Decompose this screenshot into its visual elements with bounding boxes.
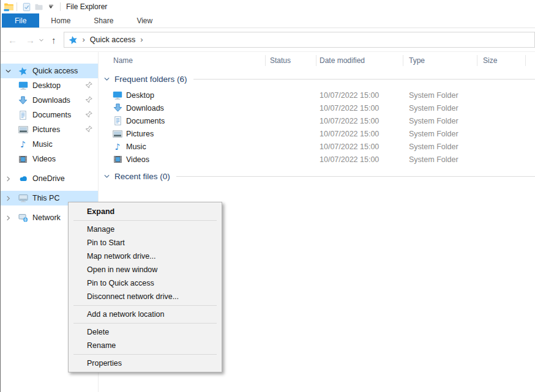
chevron-right-icon[interactable] xyxy=(5,176,18,182)
tab-view[interactable]: View xyxy=(125,13,164,28)
sidebar-item-pictures[interactable]: Pictures xyxy=(1,122,98,137)
sidebar-item-quick-access[interactable]: Quick access xyxy=(1,64,98,78)
sidebar-item-label: Downloads xyxy=(32,96,70,105)
column-header-date-modified[interactable]: Date modified xyxy=(316,55,403,66)
menu-item-properties[interactable]: Properties xyxy=(69,357,222,370)
downloads-icon xyxy=(18,95,28,105)
group-rule xyxy=(193,79,535,80)
pin-icon xyxy=(85,125,92,133)
group-header-recent-files[interactable]: Recent files (0) xyxy=(103,170,535,182)
column-header-status[interactable]: Status xyxy=(266,55,316,66)
documents-icon xyxy=(18,110,28,120)
group-label: Recent files (0) xyxy=(114,172,170,181)
sidebar-item-music[interactable]: ♪ Music xyxy=(1,137,98,152)
menu-item-delete[interactable]: Delete xyxy=(69,325,222,339)
file-type: System Folder xyxy=(403,155,477,164)
file-date-modified: 10/07/2022 15:00 xyxy=(316,104,403,113)
sidebar-item-label: Pictures xyxy=(32,125,60,134)
file-name: Downloads xyxy=(126,104,164,113)
sidebar-item-label: Documents xyxy=(32,111,71,119)
file-type: System Folder xyxy=(403,117,477,125)
music-icon: ♪ xyxy=(18,139,28,149)
group-header-frequent-folders[interactable]: Frequent folders (6) xyxy=(103,73,535,85)
menu-item-add-a-network-location[interactable]: Add a network location xyxy=(69,308,222,321)
file-date-modified: 10/07/2022 15:00 xyxy=(316,155,403,164)
recent-locations-dropdown-icon[interactable] xyxy=(39,37,44,43)
window-title: File Explorer xyxy=(66,2,107,11)
group-label: Frequent folders (6) xyxy=(114,75,187,84)
sidebar-item-label: Music xyxy=(32,140,53,149)
chevron-right-icon[interactable] xyxy=(5,215,18,221)
menu-item-open-in-new-window[interactable]: Open in new window xyxy=(69,263,222,276)
back-button-icon[interactable]: ← xyxy=(8,35,17,45)
file-date-modified: 10/07/2022 15:00 xyxy=(316,117,403,125)
file-row-music[interactable]: ♪Music 10/07/2022 15:00 System Folder xyxy=(99,140,535,153)
file-row-downloads[interactable]: Downloads 10/07/2022 15:00 System Folder xyxy=(99,102,535,114)
file-explorer-window: File Explorer File Home Share View ← → ↑… xyxy=(0,0,535,392)
file-type: System Folder xyxy=(403,130,477,138)
file-row-desktop[interactable]: Desktop 10/07/2022 15:00 System Folder xyxy=(99,89,535,102)
menu-separator xyxy=(73,305,217,306)
sidebar-item-downloads[interactable]: Downloads xyxy=(1,93,98,108)
sidebar-item-videos[interactable]: Videos xyxy=(1,152,98,166)
sidebar-item-label: Quick access xyxy=(32,67,78,75)
group-rule xyxy=(176,176,535,177)
menu-item-rename[interactable]: Rename xyxy=(69,339,222,352)
tab-file[interactable]: File xyxy=(2,13,39,28)
menu-item-disconnect-network-drive[interactable]: Disconnect network drive... xyxy=(69,290,222,303)
chevron-right-icon[interactable] xyxy=(5,195,18,202)
file-row-documents[interactable]: Documents 10/07/2022 15:00 System Folder xyxy=(99,114,535,127)
music-icon: ♪ xyxy=(113,142,122,152)
tab-share[interactable]: Share xyxy=(82,13,125,28)
onedrive-cloud-icon xyxy=(18,174,28,183)
file-date-modified: 10/07/2022 15:00 xyxy=(316,91,403,100)
file-date-modified: 10/07/2022 15:00 xyxy=(316,130,403,138)
sidebar-item-label: Desktop xyxy=(32,81,61,90)
file-name: Desktop xyxy=(126,91,154,100)
chevron-down-icon[interactable] xyxy=(5,68,18,75)
column-header-type[interactable]: Type xyxy=(403,55,477,66)
menu-item-pin-to-quick-access[interactable]: Pin to Quick access xyxy=(69,276,222,290)
file-explorer-logo-icon xyxy=(4,2,13,12)
downloads-icon xyxy=(113,103,122,113)
this-pc-icon xyxy=(18,193,28,203)
customize-quick-access-dropdown-icon[interactable] xyxy=(45,1,57,12)
new-folder-icon[interactable] xyxy=(32,1,45,12)
sidebar-item-desktop[interactable]: Desktop xyxy=(1,78,98,93)
address-bar[interactable]: › Quick access › xyxy=(64,32,535,48)
desktop-icon xyxy=(18,81,28,91)
menu-item-pin-to-start[interactable]: Pin to Start xyxy=(69,236,222,250)
navigation-bar: ← → ↑ › Quick access › xyxy=(1,28,535,52)
sidebar-item-onedrive[interactable]: OneDrive xyxy=(1,171,98,186)
column-header-size[interactable]: Size xyxy=(477,55,526,66)
column-header-name[interactable]: Name xyxy=(99,55,266,66)
menu-item-expand[interactable]: Expand xyxy=(69,205,222,218)
menu-item-manage[interactable]: Manage xyxy=(69,223,222,236)
file-type: System Folder xyxy=(403,91,477,100)
desktop-icon xyxy=(113,91,122,100)
network-icon xyxy=(18,213,28,223)
sidebar-item-label: This PC xyxy=(32,194,59,202)
documents-icon xyxy=(113,116,122,126)
breadcrumb-quick-access[interactable]: Quick access xyxy=(90,35,135,44)
chevron-down-icon[interactable] xyxy=(103,173,110,180)
menu-item-map-network-drive[interactable]: Map network drive... xyxy=(69,250,222,263)
up-button-icon[interactable]: ↑ xyxy=(51,35,56,45)
file-name: Videos xyxy=(126,155,149,164)
videos-icon xyxy=(113,155,122,165)
file-name: Music xyxy=(126,142,146,151)
file-row-videos[interactable]: Videos 10/07/2022 15:00 System Folder xyxy=(99,153,535,166)
sidebar-item-label: Network xyxy=(32,213,61,222)
titlebar-divider xyxy=(60,2,61,11)
breadcrumb-chevron-icon[interactable]: › xyxy=(140,35,143,44)
tab-home[interactable]: Home xyxy=(39,13,82,28)
quick-access-star-icon xyxy=(69,35,78,45)
file-row-pictures[interactable]: Pictures 10/07/2022 15:00 System Folder xyxy=(99,127,535,140)
breadcrumb-chevron-icon[interactable]: › xyxy=(83,35,85,44)
forward-button-icon[interactable]: → xyxy=(26,35,35,45)
sidebar-item-documents[interactable]: Documents xyxy=(1,108,98,122)
chevron-down-icon[interactable] xyxy=(103,76,110,83)
properties-icon[interactable] xyxy=(20,1,32,12)
file-name: Pictures xyxy=(126,130,154,138)
column-header-row: Name Status Date modified Type Size xyxy=(99,52,535,68)
